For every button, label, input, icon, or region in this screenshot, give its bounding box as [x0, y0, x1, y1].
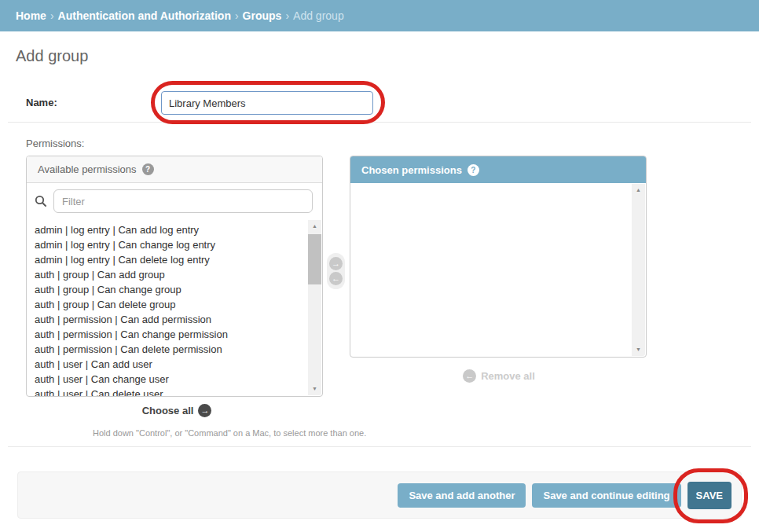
move-arrows: → ← — [327, 253, 345, 289]
available-list-scrollbar[interactable]: ▲ ▼ — [308, 220, 321, 395]
scroll-down-icon[interactable]: ▼ — [632, 343, 645, 356]
permission-option[interactable]: auth | permission | Can delete permissio… — [27, 342, 322, 357]
help-icon[interactable]: ? — [468, 164, 479, 176]
filter-row — [27, 183, 322, 219]
permission-option[interactable]: auth | user | Can change user — [27, 372, 322, 387]
available-permissions-title: Available permissions — [38, 156, 137, 182]
selector-help-text: Hold down "Control", or "Command" on a M… — [93, 428, 366, 438]
permission-option[interactable]: auth | group | Can delete group — [27, 297, 322, 312]
choose-all-label: Choose all — [142, 405, 194, 416]
chosen-permissions-box: Chosen permissions ? ▲ ▼ — [350, 156, 647, 358]
scroll-down-icon[interactable]: ▼ — [308, 383, 321, 395]
breadcrumb-home[interactable]: Home — [16, 9, 46, 22]
filter-input[interactable] — [53, 189, 313, 213]
breadcrumb-separator: › — [281, 9, 293, 22]
permission-option[interactable]: auth | user | Can add user — [27, 357, 322, 372]
breadcrumb-auth[interactable]: Authentication and Authorization — [58, 9, 231, 22]
section-divider — [8, 446, 751, 447]
section-divider — [8, 122, 751, 123]
available-permissions-list[interactable]: admin | log entry | Can add log entryadm… — [27, 219, 322, 396]
permission-option[interactable]: admin | log entry | Can change log entry — [27, 237, 322, 252]
permission-option[interactable]: auth | permission | Can change permissio… — [27, 327, 322, 342]
permission-option[interactable]: auth | permission | Can add permission — [27, 312, 322, 327]
permission-option[interactable]: admin | log entry | Can delete log entry — [27, 252, 322, 267]
add-group-page: Home›Authentication and Authorization›Gr… — [0, 0, 759, 532]
page-title: Add group — [16, 47, 88, 65]
choose-all-link[interactable]: Choose all → — [110, 404, 244, 417]
available-permissions-header: Available permissions ? — [27, 156, 322, 183]
save-and-add-another-button[interactable]: Save and add another — [398, 483, 526, 508]
chosen-list-scrollbar[interactable]: ▲ ▼ — [632, 184, 645, 356]
available-permissions-box: Available permissions ? admin | log entr… — [26, 156, 323, 397]
remove-all-link[interactable]: ← Remove all — [432, 369, 566, 383]
remove-all-arrow-icon: ← — [463, 369, 476, 383]
scroll-up-icon[interactable]: ▲ — [308, 220, 321, 233]
name-label: Name: — [26, 97, 57, 108]
breadcrumb: Home›Authentication and Authorization›Gr… — [0, 0, 759, 31]
chosen-permissions-header: Chosen permissions ? — [350, 156, 646, 183]
submit-row: Save and add another Save and continue e… — [17, 471, 742, 519]
chosen-permissions-title: Chosen permissions — [361, 157, 462, 183]
breadcrumb-separator: › — [231, 9, 243, 22]
save-and-continue-editing-button[interactable]: Save and continue editing — [532, 483, 680, 508]
choose-all-arrow-icon: → — [198, 404, 211, 417]
scrollbar-thumb[interactable] — [308, 234, 321, 284]
breadcrumb-separator: › — [46, 9, 58, 22]
scroll-up-icon[interactable]: ▲ — [632, 184, 645, 196]
remove-arrow-icon[interactable]: ← — [329, 272, 343, 285]
chosen-permissions-list[interactable] — [350, 183, 646, 357]
permission-option[interactable]: admin | log entry | Can add log entry — [27, 222, 322, 237]
breadcrumb-groups[interactable]: Groups — [243, 9, 282, 22]
name-input[interactable] — [161, 91, 373, 115]
choose-arrow-icon[interactable]: → — [329, 257, 343, 270]
breadcrumb-current-page: Add group — [293, 9, 344, 22]
remove-all-label: Remove all — [481, 370, 535, 382]
permission-option[interactable]: auth | user | Can delete user — [27, 387, 322, 396]
permission-option[interactable]: auth | group | Can change group — [27, 282, 322, 297]
search-icon — [35, 195, 47, 207]
permission-option[interactable]: auth | group | Can add group — [27, 267, 322, 282]
help-icon[interactable]: ? — [142, 163, 154, 175]
permissions-label: Permissions: — [26, 138, 84, 149]
save-button[interactable]: SAVE — [688, 482, 732, 509]
